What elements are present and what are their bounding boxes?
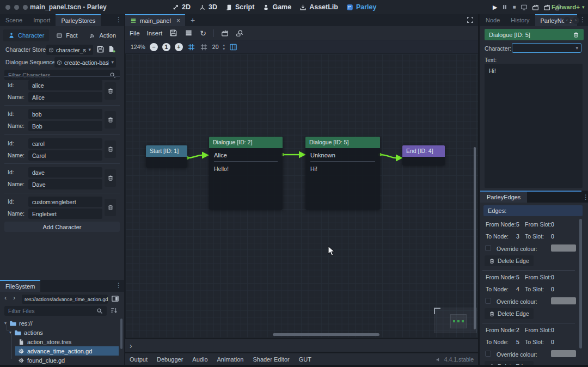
mode-fact[interactable]: Fact <box>51 29 82 41</box>
from-node-value[interactable]: 5 <box>516 274 519 280</box>
character-name-input[interactable]: Carol <box>28 150 102 161</box>
grid-size-stepper[interactable]: ▴ ▾ <box>223 43 225 51</box>
kebab-icon[interactable]: ⋮ <box>583 194 588 200</box>
filesystem-scrollbar[interactable] <box>120 319 122 349</box>
delete-character-button[interactable] <box>105 111 116 129</box>
graph-node-start[interactable]: Start [ID: 1] <box>146 145 187 168</box>
graph-node-end[interactable]: End [ID: 4] <box>402 145 445 166</box>
dock-tab-node[interactable]: Node <box>480 14 505 26</box>
bottom-tab-audio[interactable]: Audio <box>192 356 207 363</box>
file-sort-icon[interactable] <box>110 307 118 314</box>
minimap-toggle-icon[interactable] <box>229 43 237 51</box>
save-icon[interactable] <box>169 29 177 37</box>
bottom-tab-output[interactable]: Output <box>130 356 148 363</box>
bottom-tab-gut[interactable]: GUT <box>299 356 311 363</box>
menu-file[interactable]: File <box>130 30 140 36</box>
delete-node-button[interactable] <box>573 32 579 38</box>
filter-characters-input[interactable]: Filter Characters <box>4 70 120 80</box>
play-scene-button[interactable] <box>532 4 539 11</box>
graph-horizontal-scrollbar[interactable] <box>273 333 379 336</box>
tab-script[interactable]: Script <box>225 3 254 11</box>
to-slot-value[interactable]: 0 <box>551 233 554 240</box>
zoom-reset-button[interactable]: 1 <box>162 43 170 51</box>
character-store-dropdown[interactable]: character_st ▾ <box>46 45 93 55</box>
character-name-input[interactable]: Englebert <box>28 209 102 219</box>
window-minimize-button[interactable] <box>14 5 19 10</box>
history-back-icon[interactable]: ‹ <box>564 17 571 24</box>
scene-tab-main-panel[interactable]: main_panel × <box>125 14 185 26</box>
bottom-tab-animation[interactable]: Animation <box>217 356 244 363</box>
path-input[interactable]: res://actions/advance_time_action.gd <box>22 295 108 304</box>
tree-row-advance-time-action[interactable]: advance_time_action.gd <box>18 346 92 356</box>
delete-character-button[interactable] <box>105 82 116 100</box>
graph-vertical-scrollbar[interactable] <box>474 147 476 329</box>
bottom-tab-debugger[interactable]: Debugger <box>157 356 183 363</box>
nav-forward-icon[interactable]: › <box>13 294 15 301</box>
new-store-button[interactable] <box>108 45 116 53</box>
window-close-button[interactable] <box>5 5 10 10</box>
dock-tab-import[interactable]: Import <box>28 14 56 26</box>
dialogue-graph-canvas[interactable]: Start [ID: 1] Dialogue [ID: 2] Alice Hel… <box>125 54 478 338</box>
from-slot-value[interactable]: 0 <box>551 221 554 228</box>
delete-character-button[interactable] <box>105 169 116 187</box>
kebab-icon[interactable]: ⋮ <box>115 282 122 289</box>
tab-parley[interactable]: Parley <box>346 3 377 11</box>
character-name-input[interactable]: Alice <box>28 92 102 102</box>
tab-assetlib[interactable]: AssetLib <box>299 3 338 11</box>
refresh-icon[interactable]: ↻ <box>200 29 206 37</box>
kebab-icon[interactable]: ⋮ <box>115 16 122 23</box>
to-node-value[interactable]: 4 <box>516 286 519 292</box>
mode-character[interactable]: Character <box>3 29 49 41</box>
override-colour-checkbox[interactable] <box>485 245 491 251</box>
character-id-input[interactable]: dave <box>28 167 102 178</box>
arrange-nodes-icon[interactable] <box>185 29 193 37</box>
dock-tab-filesystem[interactable]: FileSystem <box>0 280 40 292</box>
save-store-button[interactable] <box>96 45 105 53</box>
dialogue-sequence-dropdown[interactable]: create-action-basi ▾ <box>54 57 116 68</box>
dock-tab-history[interactable]: History <box>505 14 535 26</box>
tab-2d[interactable]: 2D <box>172 3 191 11</box>
tree-expand-icon[interactable]: ▾ <box>9 331 11 335</box>
override-colour-checkbox[interactable] <box>485 351 491 357</box>
edges-scrollbar[interactable] <box>579 219 582 348</box>
kebab-icon[interactable]: ⋮ <box>579 16 586 23</box>
close-icon[interactable]: × <box>176 17 180 24</box>
from-slot-value[interactable]: 0 <box>551 327 554 333</box>
graph-minimap[interactable] <box>434 308 477 333</box>
graph-node-dialogue-5[interactable]: Dialogue [ID: 5] Unknown Hi! <box>305 137 380 210</box>
dock-tab-parleystores[interactable]: ParleyStores <box>56 14 101 26</box>
play-button[interactable]: ▶ <box>493 4 497 10</box>
renderer-selector[interactable]: Forward+ ▾ <box>552 0 585 14</box>
test-dialogue-icon[interactable] <box>221 29 229 37</box>
dock-tab-scene[interactable]: Scene <box>0 14 28 26</box>
from-node-value[interactable]: 5 <box>516 221 519 228</box>
zoom-in-button[interactable]: + <box>175 43 183 51</box>
expand-panel-icon[interactable] <box>467 16 474 23</box>
character-id-input[interactable]: bob <box>28 109 102 119</box>
play-custom-scene-button[interactable] <box>543 4 550 11</box>
delete-character-button[interactable] <box>105 140 116 158</box>
character-name-input[interactable]: Bob <box>28 121 102 131</box>
pause-button[interactable] <box>501 4 508 10</box>
tree-expand-icon[interactable]: ▾ <box>4 321 7 326</box>
remote-debug-icon[interactable] <box>520 4 528 11</box>
zoom-out-button[interactable]: − <box>150 43 158 51</box>
mute-speaker-icon[interactable] <box>436 357 442 363</box>
character-id-input[interactable]: alice <box>28 80 102 90</box>
tree-row-root[interactable]: ▾ res:// <box>4 319 32 328</box>
to-node-value[interactable]: 5 <box>516 339 519 345</box>
stop-button[interactable]: ■ <box>512 4 516 10</box>
tree-row-action-store[interactable]: action_store.tres <box>18 337 71 346</box>
character-id-input[interactable]: custom:englebert <box>28 197 102 207</box>
dock-splitter-right[interactable] <box>479 14 480 367</box>
from-slot-value[interactable]: 0 <box>551 274 554 280</box>
expand-output-icon[interactable]: › <box>130 342 132 350</box>
dialogue-text-area[interactable]: Hi! <box>485 64 583 188</box>
tab-game[interactable]: Game <box>262 3 291 11</box>
filter-files-input[interactable]: Filter Files <box>4 306 107 316</box>
grid-toggle-icon[interactable] <box>200 43 208 51</box>
character-id-input[interactable]: carol <box>28 138 102 149</box>
mode-action[interactable]: Action <box>84 29 121 41</box>
colour-swatch[interactable] <box>551 244 576 252</box>
character-select[interactable]: ▾ <box>512 43 581 53</box>
